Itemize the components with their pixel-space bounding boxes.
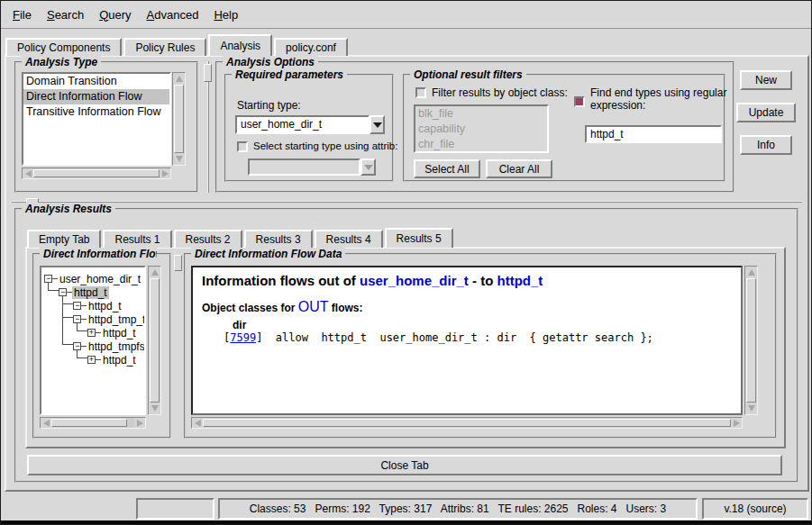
flow-data-hscrollbar[interactable]: [191, 417, 743, 429]
flow-data-vscrollbar[interactable]: [744, 266, 758, 415]
flow-tree-vscrollbar[interactable]: [148, 266, 161, 415]
flow-tree-hscrollbar[interactable]: [40, 417, 146, 429]
collapse-icon[interactable]: [73, 302, 81, 310]
clear-all-button[interactable]: Clear All: [486, 159, 552, 178]
scroll-down-icon[interactable]: [149, 403, 160, 414]
analysis-type-vscrollbar[interactable]: [172, 72, 186, 166]
menu-help[interactable]: Help: [214, 8, 238, 22]
scroll-thumb[interactable]: [51, 419, 127, 427]
tree-node-label[interactable]: httpd_tmp_t: [87, 313, 146, 326]
regex-checkbox[interactable]: [574, 96, 585, 107]
tab-analysis[interactable]: Analysis: [208, 34, 272, 56]
tree-node-label[interactable]: httpd_t: [72, 286, 109, 299]
scroll-down-icon[interactable]: [745, 403, 757, 414]
tree-node-label[interactable]: httpd_t: [87, 300, 123, 312]
expand-icon[interactable]: [87, 329, 96, 337]
regex-input[interactable]: [585, 125, 722, 143]
optional-result-filters-group: Optional result filters Filter results b…: [403, 74, 725, 182]
close-tab-button[interactable]: Close Tab: [27, 455, 782, 475]
pane-sash-handle[interactable]: [204, 64, 212, 82]
menu-advanced[interactable]: Advanced: [147, 8, 199, 22]
list-item[interactable]: Direct Information Flow: [23, 89, 169, 104]
scroll-right-icon[interactable]: [160, 168, 170, 178]
starting-type-combobox[interactable]: user_home_dir_t: [235, 115, 385, 134]
tree-node[interactable]: httpd_tmp_t: [73, 313, 146, 325]
collapse-icon[interactable]: [44, 275, 52, 283]
tree-node-label[interactable]: httpd_t: [101, 354, 138, 367]
select-all-button[interactable]: Select All: [414, 159, 480, 178]
tree-connector: [62, 294, 63, 344]
scroll-left-icon[interactable]: [23, 168, 33, 178]
expand-icon[interactable]: [87, 356, 96, 364]
tree-connector: [77, 358, 87, 358]
tree-node[interactable]: httpd_t: [87, 354, 138, 366]
tab-empty-tab[interactable]: Empty Tab: [27, 230, 101, 248]
scroll-right-icon[interactable]: [134, 418, 145, 428]
tab-results-2[interactable]: Results 2: [174, 230, 242, 248]
analysis-type-hscrollbar[interactable]: [22, 167, 171, 179]
tree-node[interactable]: httpd_t: [59, 286, 109, 298]
update-button[interactable]: Update: [736, 103, 796, 122]
menu-query[interactable]: Query: [99, 8, 131, 22]
new-button[interactable]: New: [740, 70, 792, 90]
apol-window: File Search Query Advanced Help Policy C…: [0, 0, 812, 525]
scroll-right-icon[interactable]: [731, 418, 742, 428]
rule-number-link[interactable]: 7599: [230, 331, 256, 344]
scroll-up-icon[interactable]: [173, 73, 185, 85]
tree-node[interactable]: httpd_t: [87, 327, 138, 339]
filter-object-class-checkbox[interactable]: [415, 87, 426, 98]
collapse-icon[interactable]: [59, 288, 67, 296]
tree-node[interactable]: user_home_dir_t: [44, 273, 142, 285]
tab-policy-components[interactable]: Policy Components: [5, 38, 122, 56]
tree-node-label[interactable]: user_home_dir_t: [58, 273, 142, 285]
scroll-down-icon[interactable]: [173, 153, 185, 165]
object-class-name: dir: [233, 319, 732, 331]
scroll-thumb[interactable]: [203, 419, 731, 427]
attrib-checkbox[interactable]: [237, 141, 248, 152]
starting-type-value[interactable]: user_home_dir_t: [235, 115, 370, 134]
pane-sash-horizontal[interactable]: [12, 201, 802, 203]
collapse-icon[interactable]: [73, 342, 81, 350]
collapse-icon[interactable]: [73, 315, 81, 323]
analysis-results-title: Analysis Results: [22, 203, 115, 215]
pane-sash-handle[interactable]: [174, 255, 182, 271]
tree-node-label[interactable]: httpd_t: [101, 327, 138, 339]
scroll-left-icon[interactable]: [41, 418, 51, 428]
tab-results-1[interactable]: Results 1: [103, 230, 171, 248]
tab-results-4[interactable]: Results 4: [315, 230, 383, 248]
tree-node[interactable]: httpd_tmpfs_t: [73, 340, 146, 352]
window-bottom-edge: [1, 520, 811, 524]
tab-results-3[interactable]: Results 3: [244, 230, 313, 248]
flow-data-group: Direct Information Flow Data Information…: [184, 253, 777, 439]
tree-node[interactable]: httpd_t: [73, 300, 123, 312]
scroll-thumb[interactable]: [150, 278, 160, 403]
tree-connector: [77, 330, 87, 331]
analysis-type-listbox[interactable]: Domain Transition Direct Information Flo…: [22, 72, 171, 166]
scroll-up-icon[interactable]: [149, 267, 160, 278]
list-item[interactable]: Transitive Information Flow: [23, 104, 169, 120]
tab-policy-conf[interactable]: policy.conf: [274, 38, 348, 56]
tab-policy-rules[interactable]: Policy Rules: [123, 38, 206, 56]
list-item[interactable]: Domain Transition: [23, 74, 169, 89]
source-type: user_home_dir_t: [360, 273, 469, 288]
attrib-checkbox-label: Select starting type using attrib:: [253, 140, 397, 151]
scroll-thumb[interactable]: [746, 278, 756, 403]
object-classes-line: Object classes for OUT flows:: [202, 299, 732, 315]
scroll-left-icon[interactable]: [192, 418, 203, 428]
tree-node-label[interactable]: httpd_tmpfs_t: [87, 340, 146, 353]
menu-file[interactable]: File: [13, 8, 32, 22]
scroll-thumb[interactable]: [174, 85, 184, 153]
menu-search[interactable]: Search: [47, 8, 84, 22]
chevron-down-icon[interactable]: [370, 115, 385, 134]
list-item: blk_file: [415, 106, 547, 122]
tab-results-5[interactable]: Results 5: [385, 228, 453, 248]
attrib-combobox: [248, 158, 376, 176]
flow-tree[interactable]: user_home_dir_t httpd_t httpd_t htt: [40, 266, 146, 415]
info-button[interactable]: Info: [740, 135, 792, 155]
regex-checkbox-label: Find end types using regular expression:: [590, 86, 734, 112]
filter-object-class-label: Filter results by object class:: [432, 86, 568, 99]
flow-data-text: Information flows out of user_home_dir_t…: [191, 266, 743, 415]
scroll-thumb[interactable]: [33, 169, 160, 177]
scroll-up-icon[interactable]: [745, 267, 757, 278]
analysis-options-title: Analysis Options: [223, 56, 318, 68]
